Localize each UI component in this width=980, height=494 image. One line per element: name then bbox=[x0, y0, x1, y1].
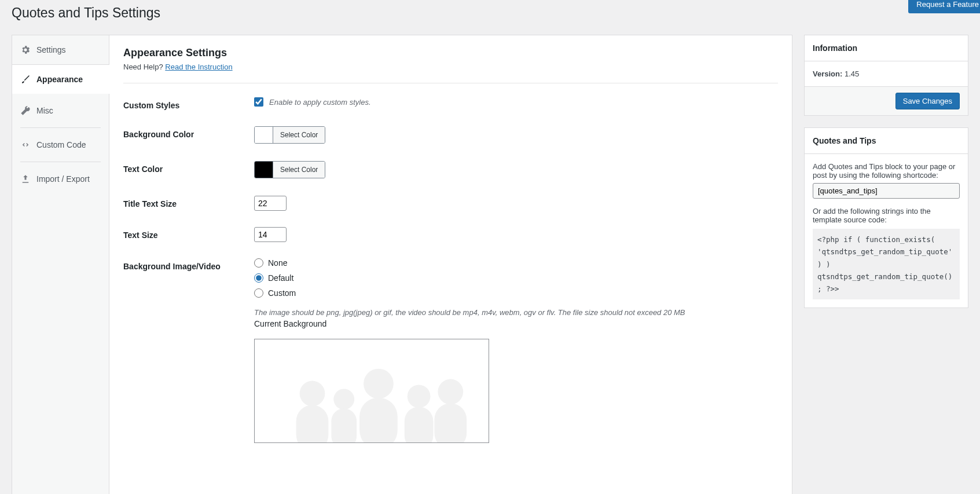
background-preview bbox=[254, 339, 489, 443]
tab-label: Settings bbox=[36, 45, 66, 54]
bg-radio-default[interactable] bbox=[254, 273, 263, 283]
text-size-label: Text Size bbox=[123, 227, 254, 240]
custom-styles-checkbox[interactable] bbox=[254, 97, 263, 107]
version-value: 1.45 bbox=[845, 69, 859, 78]
bg-option-default[interactable]: Default bbox=[254, 273, 778, 283]
title-size-label: Title Text Size bbox=[123, 196, 254, 208]
tab-label: Misc bbox=[36, 106, 53, 115]
svg-point-6 bbox=[408, 385, 431, 408]
svg-rect-7 bbox=[405, 407, 434, 442]
custom-styles-label: Custom Styles bbox=[123, 97, 254, 110]
bg-option-none[interactable]: None bbox=[254, 258, 778, 268]
svg-rect-9 bbox=[434, 403, 467, 442]
read-instruction-link[interactable]: Read the Instruction bbox=[165, 63, 232, 71]
current-background-label: Current Background bbox=[254, 319, 778, 328]
text-color-button[interactable]: Select Color bbox=[273, 162, 325, 178]
title-size-input[interactable] bbox=[254, 196, 287, 211]
tab-label: Appearance bbox=[36, 75, 83, 84]
save-changes-button[interactable]: Save Changes bbox=[895, 93, 960, 109]
brush-icon bbox=[20, 74, 31, 85]
shortcode-intro: Add Quotes and Tips block to your page o… bbox=[813, 162, 960, 180]
svg-point-0 bbox=[300, 381, 325, 407]
svg-rect-1 bbox=[296, 405, 329, 442]
background-color-button[interactable]: Select Color bbox=[273, 127, 325, 143]
background-color-picker[interactable]: Select Color bbox=[254, 126, 325, 144]
information-box: Information Version: 1.45 Save Changes bbox=[804, 35, 968, 116]
settings-tabs: Settings Appearance Misc bbox=[12, 35, 109, 494]
text-color-label: Text Color bbox=[123, 161, 254, 174]
settings-panel: Appearance Settings Need Help? Read the … bbox=[109, 35, 792, 494]
request-feature-button[interactable]: Request a Feature bbox=[908, 0, 980, 13]
panel-heading: Appearance Settings bbox=[123, 47, 778, 59]
text-color-picker[interactable]: Select Color bbox=[254, 161, 325, 178]
quotes-tips-title: Quotes and Tips bbox=[805, 128, 968, 154]
template-code-intro: Or add the following strings into the te… bbox=[813, 207, 960, 224]
quotes-tips-box: Quotes and Tips Add Quotes and Tips bloc… bbox=[804, 127, 968, 308]
background-color-label: Background Color bbox=[123, 126, 254, 139]
tab-import-export[interactable]: Import / Export bbox=[12, 166, 109, 192]
svg-point-8 bbox=[438, 379, 463, 405]
background-color-swatch bbox=[255, 127, 273, 143]
tab-misc[interactable]: Misc bbox=[12, 97, 109, 124]
svg-rect-5 bbox=[359, 397, 398, 442]
code-icon bbox=[20, 140, 31, 150]
text-size-input[interactable] bbox=[254, 227, 287, 242]
bg-radio-custom[interactable] bbox=[254, 288, 263, 298]
tab-label: Custom Code bbox=[36, 140, 86, 149]
svg-point-4 bbox=[364, 369, 394, 399]
wrench-icon bbox=[20, 105, 31, 116]
tab-appearance[interactable]: Appearance bbox=[12, 65, 109, 94]
tab-settings[interactable]: Settings bbox=[12, 35, 109, 65]
information-title: Information bbox=[805, 35, 968, 61]
svg-rect-3 bbox=[331, 408, 357, 442]
bg-media-hint: The image should be png, jpg(jpeg) or gi… bbox=[254, 308, 778, 317]
svg-point-2 bbox=[333, 389, 354, 409]
tab-label: Import / Export bbox=[36, 174, 90, 184]
template-code-block[interactable]: <?php if ( function_exists( 'qtsndtps_ge… bbox=[813, 229, 960, 299]
shortcode-field[interactable] bbox=[813, 183, 960, 199]
page-title: Quotes and Tips Settings bbox=[12, 0, 968, 35]
custom-styles-desc: Enable to apply custom styles. bbox=[269, 98, 371, 107]
gear-icon bbox=[20, 45, 31, 55]
tab-custom-code[interactable]: Custom Code bbox=[12, 131, 109, 158]
upload-icon bbox=[20, 174, 31, 184]
help-line: Need Help? Read the Instruction bbox=[123, 63, 778, 83]
bg-media-label: Background Image/Video bbox=[123, 258, 254, 271]
bg-radio-none[interactable] bbox=[254, 258, 263, 268]
version-label: Version: bbox=[813, 69, 842, 78]
text-color-swatch bbox=[255, 162, 273, 178]
bg-option-custom[interactable]: Custom bbox=[254, 288, 778, 298]
